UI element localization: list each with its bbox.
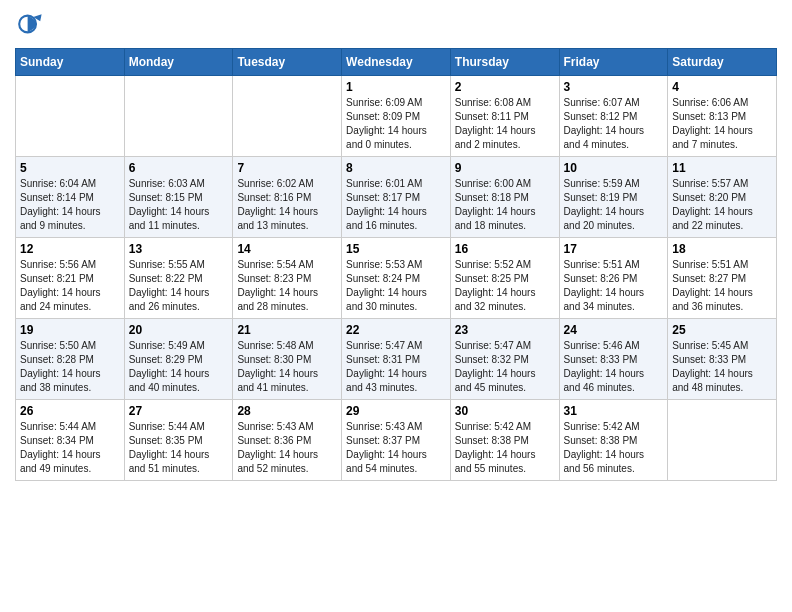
day-number: 3 [564, 80, 664, 94]
calendar-cell: 1Sunrise: 6:09 AMSunset: 8:09 PMDaylight… [342, 76, 451, 157]
day-number: 27 [129, 404, 229, 418]
day-info: Sunrise: 5:45 AMSunset: 8:33 PMDaylight:… [672, 339, 772, 395]
day-number: 20 [129, 323, 229, 337]
day-number: 12 [20, 242, 120, 256]
calendar-cell: 5Sunrise: 6:04 AMSunset: 8:14 PMDaylight… [16, 157, 125, 238]
calendar-cell: 21Sunrise: 5:48 AMSunset: 8:30 PMDayligh… [233, 319, 342, 400]
day-info: Sunrise: 5:44 AMSunset: 8:34 PMDaylight:… [20, 420, 120, 476]
day-number: 25 [672, 323, 772, 337]
day-number: 19 [20, 323, 120, 337]
calendar-cell: 15Sunrise: 5:53 AMSunset: 8:24 PMDayligh… [342, 238, 451, 319]
day-number: 13 [129, 242, 229, 256]
day-info: Sunrise: 5:47 AMSunset: 8:31 PMDaylight:… [346, 339, 446, 395]
page-header [15, 10, 777, 38]
calendar-cell: 12Sunrise: 5:56 AMSunset: 8:21 PMDayligh… [16, 238, 125, 319]
calendar-week-4: 19Sunrise: 5:50 AMSunset: 8:28 PMDayligh… [16, 319, 777, 400]
day-info: Sunrise: 5:47 AMSunset: 8:32 PMDaylight:… [455, 339, 555, 395]
header-monday: Monday [124, 49, 233, 76]
calendar-week-1: 1Sunrise: 6:09 AMSunset: 8:09 PMDaylight… [16, 76, 777, 157]
day-number: 2 [455, 80, 555, 94]
calendar-cell: 20Sunrise: 5:49 AMSunset: 8:29 PMDayligh… [124, 319, 233, 400]
day-number: 23 [455, 323, 555, 337]
day-info: Sunrise: 5:56 AMSunset: 8:21 PMDaylight:… [20, 258, 120, 314]
calendar-table: SundayMondayTuesdayWednesdayThursdayFrid… [15, 48, 777, 481]
day-number: 22 [346, 323, 446, 337]
day-info: Sunrise: 5:42 AMSunset: 8:38 PMDaylight:… [455, 420, 555, 476]
calendar-week-3: 12Sunrise: 5:56 AMSunset: 8:21 PMDayligh… [16, 238, 777, 319]
calendar-cell: 31Sunrise: 5:42 AMSunset: 8:38 PMDayligh… [559, 400, 668, 481]
header-friday: Friday [559, 49, 668, 76]
day-number: 14 [237, 242, 337, 256]
day-number: 4 [672, 80, 772, 94]
calendar-cell: 29Sunrise: 5:43 AMSunset: 8:37 PMDayligh… [342, 400, 451, 481]
day-number: 16 [455, 242, 555, 256]
day-number: 18 [672, 242, 772, 256]
day-info: Sunrise: 5:43 AMSunset: 8:36 PMDaylight:… [237, 420, 337, 476]
day-number: 30 [455, 404, 555, 418]
calendar-cell [124, 76, 233, 157]
calendar-header-row: SundayMondayTuesdayWednesdayThursdayFrid… [16, 49, 777, 76]
day-number: 24 [564, 323, 664, 337]
day-info: Sunrise: 6:07 AMSunset: 8:12 PMDaylight:… [564, 96, 664, 152]
day-info: Sunrise: 5:52 AMSunset: 8:25 PMDaylight:… [455, 258, 555, 314]
day-info: Sunrise: 6:03 AMSunset: 8:15 PMDaylight:… [129, 177, 229, 233]
day-number: 15 [346, 242, 446, 256]
header-saturday: Saturday [668, 49, 777, 76]
calendar-cell: 13Sunrise: 5:55 AMSunset: 8:22 PMDayligh… [124, 238, 233, 319]
day-info: Sunrise: 6:04 AMSunset: 8:14 PMDaylight:… [20, 177, 120, 233]
calendar-cell [16, 76, 125, 157]
calendar-cell: 30Sunrise: 5:42 AMSunset: 8:38 PMDayligh… [450, 400, 559, 481]
day-number: 29 [346, 404, 446, 418]
day-info: Sunrise: 5:44 AMSunset: 8:35 PMDaylight:… [129, 420, 229, 476]
calendar-cell: 7Sunrise: 6:02 AMSunset: 8:16 PMDaylight… [233, 157, 342, 238]
day-info: Sunrise: 5:42 AMSunset: 8:38 PMDaylight:… [564, 420, 664, 476]
day-number: 21 [237, 323, 337, 337]
day-info: Sunrise: 6:09 AMSunset: 8:09 PMDaylight:… [346, 96, 446, 152]
calendar-cell: 4Sunrise: 6:06 AMSunset: 8:13 PMDaylight… [668, 76, 777, 157]
calendar-cell: 22Sunrise: 5:47 AMSunset: 8:31 PMDayligh… [342, 319, 451, 400]
day-info: Sunrise: 6:08 AMSunset: 8:11 PMDaylight:… [455, 96, 555, 152]
day-info: Sunrise: 5:50 AMSunset: 8:28 PMDaylight:… [20, 339, 120, 395]
day-info: Sunrise: 5:54 AMSunset: 8:23 PMDaylight:… [237, 258, 337, 314]
day-number: 7 [237, 161, 337, 175]
day-info: Sunrise: 6:02 AMSunset: 8:16 PMDaylight:… [237, 177, 337, 233]
header-wednesday: Wednesday [342, 49, 451, 76]
calendar-cell [233, 76, 342, 157]
calendar-cell: 11Sunrise: 5:57 AMSunset: 8:20 PMDayligh… [668, 157, 777, 238]
day-number: 6 [129, 161, 229, 175]
day-info: Sunrise: 5:51 AMSunset: 8:26 PMDaylight:… [564, 258, 664, 314]
day-info: Sunrise: 5:55 AMSunset: 8:22 PMDaylight:… [129, 258, 229, 314]
day-info: Sunrise: 5:43 AMSunset: 8:37 PMDaylight:… [346, 420, 446, 476]
calendar-cell: 8Sunrise: 6:01 AMSunset: 8:17 PMDaylight… [342, 157, 451, 238]
calendar-week-5: 26Sunrise: 5:44 AMSunset: 8:34 PMDayligh… [16, 400, 777, 481]
calendar-week-2: 5Sunrise: 6:04 AMSunset: 8:14 PMDaylight… [16, 157, 777, 238]
header-thursday: Thursday [450, 49, 559, 76]
calendar-cell: 23Sunrise: 5:47 AMSunset: 8:32 PMDayligh… [450, 319, 559, 400]
calendar-cell: 28Sunrise: 5:43 AMSunset: 8:36 PMDayligh… [233, 400, 342, 481]
calendar-cell: 18Sunrise: 5:51 AMSunset: 8:27 PMDayligh… [668, 238, 777, 319]
logo [15, 10, 46, 38]
day-info: Sunrise: 5:57 AMSunset: 8:20 PMDaylight:… [672, 177, 772, 233]
calendar-cell [668, 400, 777, 481]
day-number: 8 [346, 161, 446, 175]
day-info: Sunrise: 6:01 AMSunset: 8:17 PMDaylight:… [346, 177, 446, 233]
logo-icon [15, 10, 43, 38]
calendar-cell: 9Sunrise: 6:00 AMSunset: 8:18 PMDaylight… [450, 157, 559, 238]
calendar-cell: 19Sunrise: 5:50 AMSunset: 8:28 PMDayligh… [16, 319, 125, 400]
calendar-cell: 10Sunrise: 5:59 AMSunset: 8:19 PMDayligh… [559, 157, 668, 238]
day-number: 28 [237, 404, 337, 418]
day-info: Sunrise: 5:51 AMSunset: 8:27 PMDaylight:… [672, 258, 772, 314]
day-number: 5 [20, 161, 120, 175]
calendar-cell: 24Sunrise: 5:46 AMSunset: 8:33 PMDayligh… [559, 319, 668, 400]
day-number: 1 [346, 80, 446, 94]
day-info: Sunrise: 5:59 AMSunset: 8:19 PMDaylight:… [564, 177, 664, 233]
day-number: 9 [455, 161, 555, 175]
header-sunday: Sunday [16, 49, 125, 76]
day-number: 11 [672, 161, 772, 175]
day-info: Sunrise: 5:48 AMSunset: 8:30 PMDaylight:… [237, 339, 337, 395]
calendar-cell: 2Sunrise: 6:08 AMSunset: 8:11 PMDaylight… [450, 76, 559, 157]
calendar-cell: 25Sunrise: 5:45 AMSunset: 8:33 PMDayligh… [668, 319, 777, 400]
calendar-cell: 14Sunrise: 5:54 AMSunset: 8:23 PMDayligh… [233, 238, 342, 319]
calendar-cell: 16Sunrise: 5:52 AMSunset: 8:25 PMDayligh… [450, 238, 559, 319]
calendar-cell: 6Sunrise: 6:03 AMSunset: 8:15 PMDaylight… [124, 157, 233, 238]
